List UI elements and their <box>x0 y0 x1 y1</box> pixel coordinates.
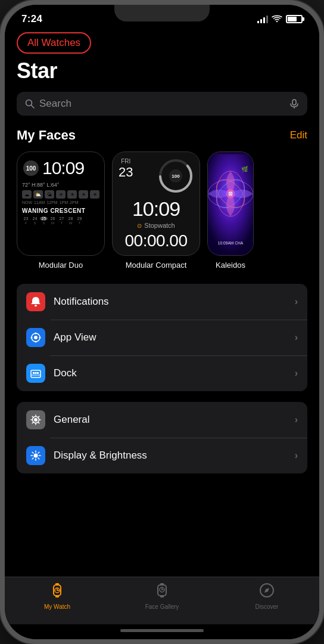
svg-rect-41 <box>160 595 164 597</box>
search-icon <box>25 99 35 109</box>
tab-mywatch-label: My Watch <box>44 603 70 610</box>
display-brightness-chevron: › <box>295 450 298 461</box>
microphone-icon <box>289 99 299 109</box>
facegallery-icon <box>154 582 170 601</box>
general-chevron: › <box>295 414 298 425</box>
svg-rect-36 <box>158 585 166 596</box>
tab-mywatch[interactable]: My Watch <box>5 582 110 610</box>
kaleid-label: Kaleidos <box>216 261 245 270</box>
svg-rect-40 <box>160 583 164 586</box>
edit-button[interactable]: Edit <box>290 129 307 141</box>
watch-face-modular-duo[interactable]: 100 10:09 72° H:88° L:64° ☁ ⛅ 🌤 ☀ ☀ ☀ ☀ <box>17 151 105 270</box>
svg-rect-24 <box>35 372 37 374</box>
watch-faces-row: 100 10:09 72° H:88° L:64° ☁ ⛅ 🌤 ☀ ☀ ☀ ☀ <box>17 151 307 270</box>
my-faces-header: My Faces Edit <box>17 128 307 143</box>
svg-point-27 <box>34 418 38 422</box>
appview-row[interactable]: App View › <box>17 320 307 355</box>
general-label: General <box>54 414 286 426</box>
svg-rect-2 <box>292 100 296 105</box>
tab-bar: My Watch Face Gallery <box>5 577 319 624</box>
svg-line-1 <box>32 106 35 109</box>
general-row[interactable]: General › <box>17 402 307 438</box>
battery-icon <box>286 15 303 23</box>
watch-face-kaleidoscope[interactable]: 10:09AM CHA 🌿 Kaleidos <box>207 151 254 270</box>
status-bar: 7:24 <box>5 5 319 27</box>
svg-rect-25 <box>37 372 39 374</box>
dock-label: Dock <box>54 367 286 379</box>
status-icons <box>257 15 303 23</box>
svg-point-20 <box>31 337 33 339</box>
bottom-area <box>5 624 319 639</box>
general-icon <box>26 410 45 429</box>
svg-point-15 <box>35 305 37 306</box>
svg-rect-34 <box>55 583 59 586</box>
tab-discover[interactable]: Discover <box>214 582 319 610</box>
notifications-icon <box>26 292 45 311</box>
tab-facegallery[interactable]: Face Gallery <box>110 582 214 610</box>
svg-rect-35 <box>55 595 59 597</box>
modular-compact-label: Modular Compact <box>126 261 187 270</box>
display-brightness-row[interactable]: Display & Brightness › <box>17 438 307 473</box>
display-brightness-icon <box>26 446 45 465</box>
signal-bars-icon <box>257 15 268 23</box>
kaleid-preview: 10:09AM CHA 🌿 <box>207 151 254 256</box>
all-watches-label: All Watches <box>27 37 80 48</box>
dock-row[interactable]: Dock › <box>17 355 307 391</box>
screen: 7:24 <box>5 5 319 639</box>
all-watches-button[interactable]: All Watches <box>17 32 91 54</box>
appview-icon <box>26 328 45 347</box>
notifications-label: Notifications <box>54 296 286 308</box>
modular-duo-label: Modular Duo <box>39 261 83 270</box>
appview-chevron: › <box>295 332 298 343</box>
discover-icon <box>258 582 275 601</box>
svg-text:10:09AM CHA: 10:09AM CHA <box>218 241 244 245</box>
my-faces-title: My Faces <box>17 128 76 143</box>
appview-label: App View <box>54 332 286 343</box>
svg-point-29 <box>34 454 38 458</box>
settings-group-1: Notifications › App View <box>17 284 307 391</box>
notifications-row[interactable]: Notifications › <box>17 284 307 320</box>
settings-group-2: General › Display & Brightness › <box>17 402 307 473</box>
tab-discover-label: Discover <box>256 603 279 610</box>
svg-point-21 <box>39 337 41 339</box>
svg-marker-43 <box>264 588 269 593</box>
mywatch-icon <box>49 582 66 601</box>
notifications-chevron: › <box>295 296 298 307</box>
svg-point-17 <box>34 336 38 339</box>
tab-facegallery-label: Face Gallery <box>145 603 179 610</box>
search-bar[interactable]: Search <box>17 92 307 116</box>
wifi-icon <box>272 15 282 23</box>
svg-text:🌿: 🌿 <box>241 166 248 173</box>
modular-compact-preview: FRI 23 100 <box>112 151 200 256</box>
display-brightness-label: Display & Brightness <box>54 450 286 462</box>
home-indicator <box>120 629 204 632</box>
svg-point-19 <box>35 341 37 343</box>
phone-frame: 7:24 <box>0 0 324 644</box>
search-placeholder: Search <box>39 98 285 110</box>
svg-point-18 <box>35 333 37 335</box>
dock-chevron: › <box>295 368 298 379</box>
dock-icon <box>26 364 45 383</box>
modular-duo-preview: 100 10:09 72° H:88° L:64° ☁ ⛅ 🌤 ☀ ☀ ☀ ☀ <box>17 151 105 256</box>
svg-rect-23 <box>33 372 35 374</box>
page-title: Star <box>17 58 307 83</box>
main-content: All Watches Star Search My <box>5 27 319 577</box>
status-time: 7:24 <box>21 13 42 25</box>
watch-face-modular-compact[interactable]: FRI 23 100 <box>112 151 200 270</box>
